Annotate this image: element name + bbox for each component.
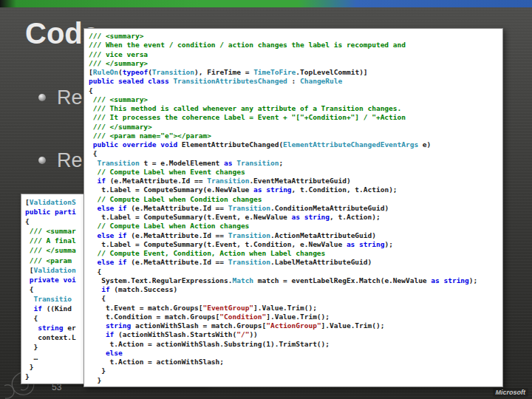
bullet-icon <box>38 94 46 101</box>
bullet-text-2: Re <box>57 149 83 172</box>
microsoft-logo: Microsoft <box>493 388 529 397</box>
bullet-icon <box>38 157 46 164</box>
bullet-item-2: Re <box>38 147 83 174</box>
bullet-item-1: Re <box>38 84 83 111</box>
code-main-content: /// <summary>/// When the event / condit… <box>89 32 498 385</box>
bullet-text-1: Re <box>57 86 83 109</box>
code-window-main: /// <summary>/// When the event / condit… <box>83 28 503 387</box>
top-accent-bar <box>0 0 532 7</box>
presentation-slide: Code Re Re [ValidationSpublic parti{ ///… <box>0 0 532 399</box>
